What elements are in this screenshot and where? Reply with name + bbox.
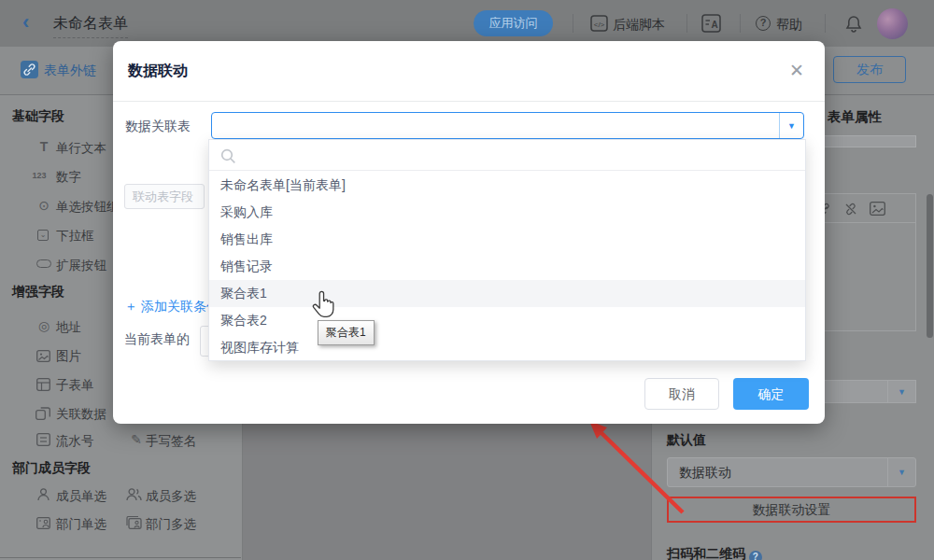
sidebar-item-serial-number[interactable]: 流水号	[56, 433, 94, 450]
default-value-selected: 数据联动	[679, 465, 731, 482]
signature-field-icon: ✎	[128, 432, 145, 447]
sidebar-item-dropdown[interactable]: 下拉框	[56, 228, 94, 245]
hand-cursor	[311, 290, 335, 319]
section-enhanced-fields: 增强字段	[12, 284, 64, 301]
dropdown-option-sales-record[interactable]: 销售记录	[209, 253, 805, 280]
section-basic-fields: 基础字段	[12, 108, 64, 125]
image-field-icon	[36, 349, 50, 366]
sidebar-item-extension-button[interactable]: 扩展按钮	[56, 258, 106, 274]
chevron-down-icon: ▼	[887, 458, 915, 486]
sidebar-item-address[interactable]: 地址	[56, 319, 81, 336]
section-member-fields: 部门成员字段	[12, 460, 91, 477]
alias-icon[interactable]: A	[701, 14, 721, 36]
dropdown-option-view-stock[interactable]: 视图库存计算	[209, 334, 805, 361]
publish-button[interactable]: 发布	[833, 56, 906, 83]
member-multi-icon	[126, 488, 142, 505]
divider	[573, 14, 573, 33]
qr-section-text: 扫码和二维码	[667, 546, 745, 560]
chevron-down-icon: ▼	[779, 113, 803, 138]
app-window: ‹ 未命名表单 应用访问 </> 后端脚本 A ? 帮助 表单外链 发布 基础字…	[0, 0, 934, 560]
address-field-icon: ◎	[35, 318, 52, 333]
notification-bell-icon[interactable]	[844, 14, 863, 37]
member-single-icon	[37, 488, 50, 505]
sidebar-item-subform[interactable]: 子表单	[56, 377, 94, 394]
plus-icon: ＋	[124, 299, 137, 314]
sidebar-item-number[interactable]: 数字	[56, 169, 81, 186]
sidebar-item-dept-multi[interactable]: 部门多选	[146, 516, 196, 533]
svg-text:</>: </>	[594, 21, 605, 29]
dept-single-icon	[36, 516, 50, 533]
sidebar-bottom-divider	[0, 557, 241, 558]
modal-title: 数据联动	[128, 62, 188, 81]
add-condition-link[interactable]: ＋ 添加关联条件	[124, 299, 219, 315]
close-icon[interactable]: ✕	[789, 60, 804, 81]
dropdown-option-aggregate-2[interactable]: 聚合表2	[209, 307, 805, 334]
dropdown-option-aggregate-1[interactable]: 聚合表1	[209, 280, 805, 307]
app-access-button[interactable]: 应用访问	[474, 10, 553, 36]
table-dropdown-panel: 未命名表单[当前表单] 采购入库 销售出库 销售记录 聚合表1 聚合表2 视图库…	[208, 139, 806, 361]
default-value-label: 默认值	[667, 432, 706, 449]
linked-table-label: 数据关联表	[125, 119, 191, 135]
number-field-icon: 123	[31, 171, 48, 180]
sidebar-item-signature[interactable]: 手写签名	[146, 433, 196, 450]
ok-button[interactable]: 确定	[733, 378, 809, 410]
sidebar-item-radio-group[interactable]: 单选按钮组	[56, 199, 120, 216]
divider	[686, 14, 687, 33]
dropdown-option-sales-out[interactable]: 销售出库	[209, 226, 805, 253]
default-value-select[interactable]: 数据联动 ▼	[667, 457, 916, 487]
svg-text:A: A	[711, 20, 717, 30]
tab-form-properties[interactable]: 表单属性	[828, 108, 882, 126]
qr-help-icon[interactable]: ?	[749, 551, 762, 560]
dropdown-option-purchase-in[interactable]: 采购入库	[209, 199, 805, 226]
dropdown-field-icon: ⌄	[37, 230, 49, 241]
insert-image-icon[interactable]	[870, 202, 885, 216]
serial-number-field-icon	[36, 433, 50, 450]
linked-table-select[interactable]: ▼	[211, 112, 804, 139]
sidebar-item-dept-single[interactable]: 部门单选	[56, 516, 106, 533]
dept-multi-icon	[126, 516, 142, 533]
back-icon[interactable]: ‹	[22, 11, 29, 34]
sidebar-item-single-line-text[interactable]: 单行文本	[56, 140, 106, 157]
radio-group-icon: ⊙	[35, 198, 52, 213]
subform-field-icon	[36, 378, 50, 395]
extension-button-icon	[36, 259, 51, 268]
help-icon: ?	[756, 16, 771, 31]
chevron-down-icon: ▼	[887, 381, 915, 402]
panel-scrollbar[interactable]	[927, 194, 933, 338]
hover-tooltip: 聚合表1	[318, 320, 375, 345]
remove-link-icon[interactable]	[843, 202, 858, 217]
tab-form-external-link[interactable]: 表单外链	[44, 63, 96, 79]
cancel-button[interactable]: 取消	[644, 378, 719, 410]
help-button[interactable]: 帮助	[776, 16, 802, 33]
form-link-icon	[21, 61, 38, 78]
dropdown-option-current-form[interactable]: 未命名表单[当前表单]	[209, 172, 805, 199]
data-linkage-settings-button[interactable]: 数据联动设置	[667, 497, 916, 523]
sidebar-item-image[interactable]: 图片	[56, 348, 81, 365]
user-avatar[interactable]	[877, 8, 908, 39]
sidebar-item-member-multi[interactable]: 成员多选	[146, 488, 196, 505]
code-icon: </>	[590, 15, 608, 35]
sidebar-item-member-single[interactable]: 成员单选	[56, 488, 106, 505]
current-form-label: 当前表单的	[124, 331, 190, 348]
divider	[825, 14, 826, 33]
qr-section-label: 扫码和二维码 ?	[667, 546, 762, 560]
search-icon	[220, 148, 236, 164]
linked-field-select-disabled: 联动表字段	[124, 184, 205, 209]
form-title[interactable]: 未命名表单	[53, 14, 128, 38]
sidebar-item-linked-data[interactable]: 关联数据	[56, 406, 106, 423]
top-header: ‹ 未命名表单 应用访问 </> 后端脚本 A ? 帮助	[0, 0, 934, 47]
text-field-icon: T	[35, 139, 52, 154]
modal-header-divider	[113, 101, 825, 102]
linked-data-field-icon	[35, 407, 50, 424]
backend-script-button[interactable]: 后端脚本	[613, 16, 665, 33]
divider	[740, 14, 741, 33]
dropdown-search-row[interactable]	[209, 140, 805, 171]
